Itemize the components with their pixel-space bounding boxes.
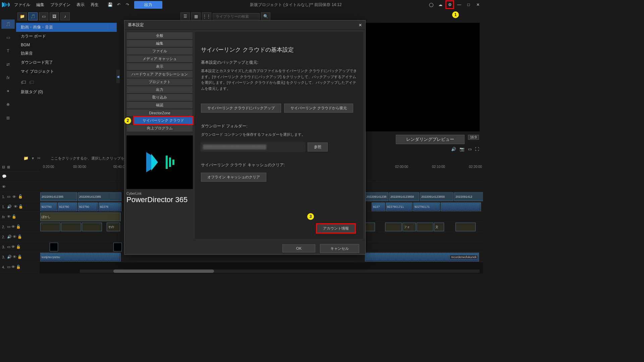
dialog-nav: 全般 編集 ファイル メディア キャッシュ 表示 ハードウェア アクセラレーショ… — [124, 30, 195, 241]
brand-name: CyberLinkPowerDirector 365 — [126, 192, 193, 204]
nav-improvement[interactable]: 向上プログラム — [126, 124, 193, 132]
brand-logo-box — [126, 135, 193, 189]
nav-general[interactable]: 全般 — [126, 32, 193, 40]
nav-confirm[interactable]: 確認 — [126, 101, 193, 109]
content-title: サイバーリンク クラウドの基本設定 — [201, 46, 357, 54]
backup-heading: 基本設定のバックアップと復元: — [201, 60, 357, 65]
svg-rect-8 — [169, 158, 171, 167]
nav-project[interactable]: プロジェクト — [126, 78, 193, 86]
preferences-dialog: 基本設定 ✕ 全般 編集 ファイル メディア キャッシュ 表示 ハードウェア ア… — [124, 20, 366, 255]
dialog-title-label: 基本設定 — [128, 22, 144, 28]
annotation-badge-3: 3 — [307, 213, 314, 220]
nav-cyberlink-cloud[interactable]: サイバーリンク クラウド — [134, 117, 193, 124]
cancel-button[interactable]: キャンセル — [320, 244, 359, 253]
nav-edit[interactable]: 編集 — [126, 40, 193, 47]
nav-directorzone[interactable]: DirectorZone — [126, 109, 193, 117]
nav-import[interactable]: 取り込み — [126, 94, 193, 101]
dialog-overlay: 基本設定 ✕ 全般 編集 ファイル メディア キャッシュ 表示 ハードウェア ア… — [0, 0, 483, 275]
ok-button[interactable]: OK — [282, 244, 315, 252]
download-folder-heading: ダウンロード フォルダー: — [201, 123, 357, 129]
nav-mediacache[interactable]: メディア キャッシュ — [126, 55, 193, 63]
nav-hwaccel[interactable]: ハードウェア アクセラレーション — [126, 70, 193, 78]
clear-cache-button[interactable]: オフライン キャッシュのクリア — [201, 173, 266, 182]
download-folder-desc: ダウンロード コンテンツを保存するフォルダーを選択します。 — [201, 132, 357, 138]
restore-button[interactable]: サイバーリンク クラウドから復元 — [284, 104, 353, 113]
dialog-footer: OK キャンセル — [124, 241, 365, 256]
download-folder-input[interactable] — [201, 142, 305, 152]
dialog-close-icon[interactable]: ✕ — [359, 23, 362, 27]
cache-heading: サイバーリンク クラウド キャッシュのクリア: — [201, 162, 357, 168]
svg-rect-7 — [166, 156, 168, 169]
backup-description: 基本設定とカスタマイズした出力プロファイルをサイバーリンク クラウドにバックアッ… — [201, 68, 357, 92]
browse-button[interactable]: 参照 — [308, 142, 328, 152]
svg-rect-9 — [172, 160, 174, 165]
nav-file[interactable]: ファイル — [126, 47, 193, 55]
annotation-badge-1: 1 — [452, 11, 459, 18]
backup-button[interactable]: サイバーリンク クラウドにバックアップ — [201, 104, 281, 113]
account-info-button[interactable]: アカウント情報 — [317, 224, 355, 233]
nav-output[interactable]: 出力 — [126, 86, 193, 94]
dialog-content: サイバーリンク クラウドの基本設定 基本設定のバックアップと復元: 基本設定とカ… — [195, 32, 363, 239]
nav-display[interactable]: 表示 — [126, 63, 193, 70]
annotation-badge-2: 2 — [124, 117, 131, 124]
